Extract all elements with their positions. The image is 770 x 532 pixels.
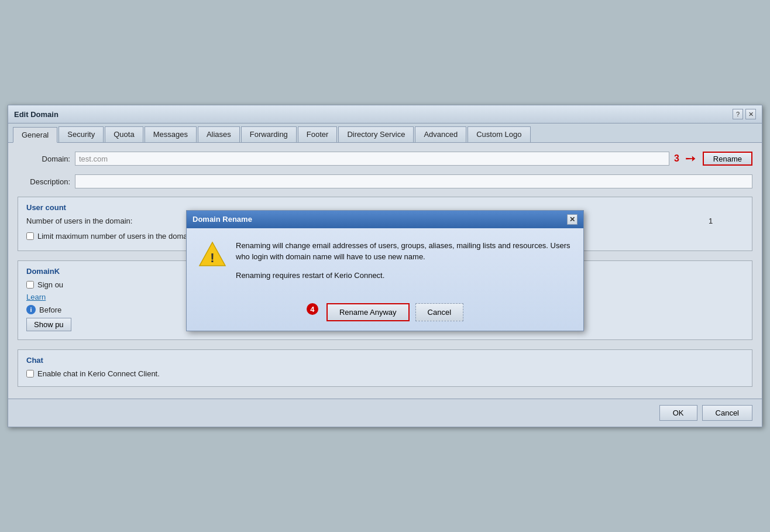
edit-domain-window: Edit Domain ? ✕ General Security Quota M…	[8, 105, 762, 427]
tab-security[interactable]: Security	[59, 126, 104, 142]
content-area: Domain: 3 ➙ Rename Description: User cou…	[8, 143, 762, 399]
tab-general[interactable]: General	[13, 127, 57, 143]
warning-icon: !	[198, 240, 226, 289]
title-bar: Edit Domain ? ✕	[8, 105, 762, 123]
modal-title: Domain Rename	[192, 215, 252, 224]
modal-title-bar: Domain Rename ✕	[187, 211, 583, 228]
domain-rename-modal: Domain Rename ✕ ! Renaming will change e…	[186, 210, 584, 332]
modal-footer: 4 Rename Anyway Cancel	[187, 297, 583, 331]
cancel-button[interactable]: Cancel	[702, 405, 752, 421]
close-window-button[interactable]: ✕	[745, 109, 756, 119]
modal-close-button[interactable]: ✕	[567, 214, 578, 225]
tab-footer[interactable]: Footer	[298, 126, 338, 142]
modal-cancel-button[interactable]: Cancel	[415, 303, 463, 321]
tab-directory-service[interactable]: Directory Service	[338, 126, 414, 142]
title-bar-controls: ? ✕	[733, 109, 756, 119]
bottom-bar: OK Cancel	[8, 399, 762, 427]
tab-custom-logo[interactable]: Custom Logo	[468, 126, 530, 142]
window-title: Edit Domain	[14, 110, 59, 119]
tab-messages[interactable]: Messages	[145, 126, 197, 142]
modal-text: Renaming will change email addresses of …	[236, 240, 572, 289]
tab-forwarding[interactable]: Forwarding	[241, 126, 297, 142]
rename-anyway-button[interactable]: Rename Anyway	[326, 303, 410, 321]
modal-message1: Renaming will change email addresses of …	[236, 240, 572, 263]
step4-label: 4	[307, 303, 318, 315]
tab-aliases[interactable]: Aliases	[198, 126, 240, 142]
ok-button[interactable]: OK	[659, 405, 697, 421]
tab-quota[interactable]: Quota	[105, 126, 143, 142]
modal-overlay: Domain Rename ✕ ! Renaming will change e…	[8, 143, 762, 399]
svg-text:!: !	[210, 250, 214, 265]
modal-message2: Renaming requires restart of Kerio Conne…	[236, 270, 572, 282]
tab-advanced[interactable]: Advanced	[415, 126, 466, 142]
modal-body: ! Renaming will change email addresses o…	[187, 228, 583, 298]
tab-bar: General Security Quota Messages Aliases …	[8, 123, 762, 143]
help-button[interactable]: ?	[733, 109, 743, 119]
